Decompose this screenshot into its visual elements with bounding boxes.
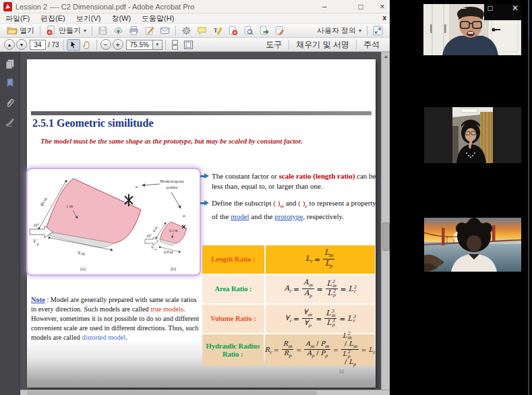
hydraulic-radius-ratio-formula: Rr=RmRp=Am/PmAp/Pp=L2m/LmL2p/Lp=Lr [265, 334, 375, 366]
expand-panel-button[interactable] [370, 25, 386, 36]
pane-close-icon[interactable]: x [382, 14, 386, 22]
video-tile-2[interactable] [424, 107, 521, 163]
maximize-button[interactable]: □ [355, 1, 367, 13]
pdf-delete-button[interactable] [225, 25, 241, 36]
open-label: 열기 [20, 26, 34, 36]
title-bar: Lession 2 ---- C2 Dimensional.pdf - Adob… [0, 0, 390, 13]
screen: Lession 2 ---- C2 Dimensional.pdf - Adob… [0, 0, 532, 395]
main-toolbar: 열기 만들기 ▾ [0, 24, 390, 38]
pdf-search-button[interactable] [241, 25, 256, 36]
expand-arrows-icon [373, 26, 383, 36]
hand-tool-button[interactable] [80, 39, 94, 51]
svg-text:m: m [154, 247, 157, 251]
length-ratio-formula: Lr=LmLp [266, 245, 375, 274]
zoom-in-button[interactable]: + [113, 39, 123, 50]
menu-item-window[interactable]: 창(W) [106, 13, 136, 24]
bullet-text-1: The constant factor or scale ratio (leng… [212, 171, 376, 191]
select-tool-button[interactable] [67, 39, 80, 51]
menu-item-help[interactable]: 도움말(H) [136, 13, 179, 24]
span-label-p: 40 m [39, 196, 49, 208]
minimize-button[interactable]: – [318, 1, 330, 13]
highlight-tool-button[interactable]: T [210, 25, 225, 36]
volume-ratio-label: Volume Ratio : [202, 305, 264, 333]
chord-label-p: 8 m [78, 250, 86, 257]
menu-item-view[interactable]: 보기(V) [71, 13, 107, 24]
horizontal-scrollbar[interactable] [20, 390, 390, 395]
vertical-scrollbar[interactable]: ▲ [381, 52, 390, 390]
preferences-button[interactable] [179, 25, 194, 36]
caption-b: (b) [171, 266, 177, 272]
comment-tab[interactable]: 주석 [357, 39, 386, 51]
vertical-scrollbar-thumb[interactable] [382, 222, 390, 251]
video-maximize-button[interactable]: □ [483, 1, 497, 15]
video-tile-1[interactable] [423, 4, 521, 55]
ratio-table: Length Ratio : Lr=LmLp Area Ratio : Ar=A… [202, 245, 375, 366]
wing-similitude-figure: 40 m 1 m 8 m 10° V p (a) Homologous poin… [28, 169, 200, 274]
fill-sign-tab[interactable]: 채우기 및 서명 [289, 39, 356, 51]
comment-tool-button[interactable] [194, 25, 210, 36]
create-caret-icon: ▾ [84, 28, 86, 34]
scrolling-page-icon [170, 40, 180, 50]
page-total-label: / 73 [48, 41, 59, 49]
zoom-out-button[interactable]: − [100, 39, 111, 50]
document-area: 2.5.1 Geometric similitude The model mus… [20, 52, 390, 395]
comment-bubble-icon [197, 26, 207, 36]
full-page-view-button[interactable] [182, 39, 196, 51]
video-close-button[interactable]: ✕ [508, 1, 522, 15]
bullet-item-1: The constant factor or scale ratio (leng… [200, 171, 376, 191]
print-icon [129, 26, 139, 36]
bullet-arrow-icon [200, 200, 209, 206]
gear-icon [181, 26, 191, 36]
highlight-text-icon: T [212, 26, 223, 36]
customize-caret-icon: ▾ [359, 28, 361, 34]
compose-button[interactable] [142, 25, 157, 36]
next-page-button[interactable]: ▼ [16, 39, 27, 50]
tools-tab[interactable]: 도구 [259, 39, 289, 51]
open-button[interactable]: 열기 [4, 24, 37, 36]
create-button[interactable]: 만들기 ▾ [43, 24, 89, 36]
length-ratio-label: Length Ratio : [202, 245, 264, 274]
thickness-label-m: 0.1 m [169, 229, 178, 233]
bookmarks-icon[interactable] [5, 78, 16, 88]
scroll-up-icon[interactable]: ▲ [382, 52, 390, 61]
svg-text:p: p [36, 242, 39, 246]
page-thumbnails-icon[interactable] [5, 59, 16, 69]
angle-label-m: 10° [146, 234, 152, 238]
pdf-search-icon [243, 26, 254, 36]
scrolling-mode-button[interactable] [169, 39, 182, 51]
compose-icon [144, 26, 154, 36]
area-ratio-label: Area Ratio : [202, 275, 264, 303]
page-number-input[interactable] [30, 40, 46, 50]
menu-item-file[interactable]: 파일(F) [0, 13, 35, 24]
signatures-icon[interactable] [5, 117, 16, 127]
cloud-upload-button[interactable] [111, 25, 126, 36]
menu-item-edit[interactable]: 편집(E) [35, 13, 71, 24]
print-button[interactable] [126, 25, 142, 36]
video-minimize-button[interactable]: – [457, 1, 471, 15]
full-page-icon [183, 40, 194, 50]
homologous-label-1: Homologous [160, 179, 183, 183]
previous-page-button[interactable]: ▲ [4, 39, 15, 50]
video-conference-panel: – □ ✕ [390, 0, 532, 395]
form-sign-button[interactable] [272, 25, 287, 36]
customize-label: 사용자 정의 [317, 26, 356, 36]
save-button[interactable] [95, 25, 111, 36]
table-row-volume-ratio: Volume Ratio : ∀r=∀m∀p=L3mL3p=L3r [202, 305, 375, 333]
email-button[interactable] [157, 25, 173, 36]
acrobat-pdf-icon [3, 2, 12, 11]
video-tile-3[interactable] [424, 218, 521, 272]
caption-a: (a) [80, 266, 86, 272]
close-button[interactable]: × [376, 1, 388, 13]
attachments-icon[interactable] [5, 98, 16, 109]
create-pdf-icon [46, 25, 57, 36]
zoom-dropdown-button[interactable]: ▾ [153, 40, 162, 50]
horizontal-scrollbar-thumb[interactable] [27, 391, 317, 395]
volume-ratio-formula: ∀r=∀m∀p=L3mL3p=L3r [266, 305, 375, 333]
note-paragraph: Note : Model are generally prepared with… [31, 295, 202, 342]
customize-button[interactable]: 사용자 정의 ▾ [314, 25, 364, 36]
area-ratio-formula: Ar=AmAp=L2mL2p=L2r [266, 275, 375, 303]
homologous-label-2: points [167, 185, 178, 189]
zoom-level-input[interactable] [126, 40, 153, 50]
pdf-export-button[interactable] [256, 25, 272, 36]
slide-top-rule [31, 111, 372, 115]
